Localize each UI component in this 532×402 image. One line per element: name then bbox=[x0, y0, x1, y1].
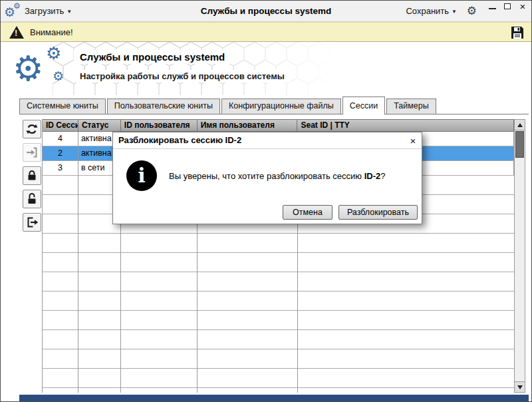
cell-session-id: 3 bbox=[43, 161, 78, 176]
cell-session-id: 4 bbox=[43, 132, 78, 146]
login-arrow-icon bbox=[25, 146, 39, 159]
settings-gear-button[interactable]: ⚙ bbox=[467, 5, 477, 17]
info-icon bbox=[126, 160, 157, 191]
column-header-user-id[interactable]: ID пользователя bbox=[121, 120, 198, 131]
maximize-icon bbox=[504, 3, 511, 9]
unlock-icon bbox=[25, 192, 39, 206]
gear-icon: ⚙ bbox=[53, 70, 64, 83]
gear-icon: ⚙ bbox=[13, 2, 21, 10]
table-header-row: ID Сессии Статус ID пользователя Имя пол… bbox=[43, 119, 514, 132]
dialog-message-prefix: Вы уверены, что хотите разблокировать се… bbox=[169, 171, 364, 181]
load-menu-button[interactable]: Загрузить▼ bbox=[25, 5, 72, 18]
floppy-icon bbox=[509, 25, 525, 41]
app-logo-gears-icon: ⚙ ⚙ ⚙ bbox=[11, 42, 78, 95]
save-menu-button[interactable]: Сохранить▼ bbox=[406, 5, 457, 18]
tab-timers[interactable]: Таймеры bbox=[386, 99, 436, 114]
dialog-buttons: Отмена Разблокировать bbox=[283, 205, 418, 220]
column-header-status[interactable]: Статус bbox=[78, 120, 121, 131]
dialog-titlebar: Разблокировать сессию ID-2 × bbox=[113, 132, 422, 149]
minimize-button[interactable] bbox=[487, 2, 499, 11]
tab-system-units[interactable]: Системные юниты bbox=[19, 99, 106, 114]
logout-icon bbox=[25, 216, 39, 229]
scrollbar-thumb[interactable] bbox=[515, 131, 524, 158]
grid-line bbox=[78, 176, 78, 393]
triangle-down-icon bbox=[517, 385, 523, 389]
load-menu-label: Загрузить bbox=[25, 6, 64, 16]
refresh-button[interactable] bbox=[23, 120, 41, 138]
chevron-down-icon: ▼ bbox=[452, 5, 457, 19]
unlock-session-button[interactable] bbox=[23, 190, 41, 208]
scrollbar-track[interactable] bbox=[514, 119, 525, 393]
unlock-session-dialog: Разблокировать сессию ID-2 × Вы уверены,… bbox=[112, 132, 422, 224]
dialog-message-session-id: ID-2 bbox=[364, 171, 381, 181]
dialog-message-suffix: ? bbox=[380, 171, 385, 181]
lock-session-button[interactable] bbox=[23, 166, 41, 185]
save-report-button[interactable] bbox=[509, 25, 525, 41]
tabbar: Системные юниты Пользовательские юниты К… bbox=[19, 95, 529, 114]
triangle-up-icon bbox=[517, 123, 523, 127]
gear-icon: ⚙ bbox=[46, 45, 61, 62]
dialog-message: Вы уверены, что хотите разблокировать се… bbox=[169, 171, 385, 181]
chevron-down-icon: ▼ bbox=[66, 5, 72, 19]
page-subtitle: Настройка работы служб и процессов систе… bbox=[74, 70, 291, 83]
unlock-confirm-button[interactable]: Разблокировать bbox=[338, 205, 418, 220]
window-controls: × bbox=[487, 2, 529, 11]
titlebar: ⚙ ⚙ Загрузить▼ Службы и процессы systemd… bbox=[1, 1, 531, 22]
app-gears-icon: ⚙ ⚙ bbox=[4, 1, 24, 22]
dialog-close-button[interactable]: × bbox=[407, 134, 419, 146]
terminate-session-button[interactable] bbox=[23, 213, 41, 232]
scrollbar-down-button[interactable] bbox=[515, 381, 525, 392]
page-title: Службы и процессы systemd bbox=[74, 50, 231, 64]
scrollbar-up-button[interactable] bbox=[515, 120, 525, 130]
cancel-button[interactable]: Отмена bbox=[283, 205, 332, 220]
lock-icon bbox=[25, 169, 39, 182]
tab-user-units[interactable]: Пользовательские юниты bbox=[107, 99, 220, 114]
dialog-title: Разблокировать сессию ID-2 bbox=[118, 132, 241, 149]
tab-sessions[interactable]: Сессии bbox=[342, 97, 385, 114]
save-menu-label: Сохранить bbox=[406, 6, 449, 16]
column-header-seat-tty[interactable]: Seat ID | TTY bbox=[297, 120, 514, 131]
column-header-session-id[interactable]: ID Сессии bbox=[43, 120, 78, 131]
tab-config-files[interactable]: Конфигурационные файлы bbox=[221, 99, 341, 114]
close-button[interactable]: × bbox=[517, 2, 529, 11]
column-header-user-name[interactable]: Имя пользователя bbox=[198, 120, 298, 131]
session-toolbar bbox=[23, 120, 41, 236]
gear-icon: ⚙ bbox=[13, 51, 44, 86]
minimize-icon bbox=[489, 8, 496, 9]
refresh-icon bbox=[25, 122, 39, 136]
warning-icon bbox=[9, 26, 24, 39]
attach-session-button[interactable] bbox=[23, 143, 41, 162]
maximize-button[interactable] bbox=[502, 2, 514, 11]
app-window: ⚙ ⚙ Загрузить▼ Службы и процессы systemd… bbox=[0, 0, 532, 402]
warning-label: Внимание! bbox=[30, 23, 73, 43]
status-bar bbox=[19, 395, 529, 401]
page-header: ⚙ ⚙ ⚙ Службы и процессы systemd Настройк… bbox=[1, 42, 531, 95]
cell-session-id: 2 bbox=[43, 146, 78, 161]
warning-banner: Внимание! bbox=[1, 22, 531, 42]
